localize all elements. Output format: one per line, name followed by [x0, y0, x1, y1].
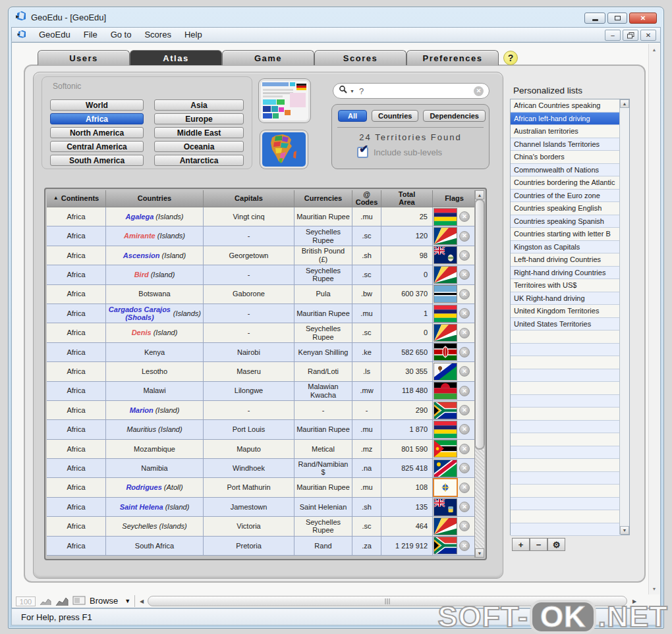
list-item-countries-of-the-euro-zone[interactable]: Countries of the Euro zone: [511, 190, 621, 203]
filter-button-dependencies[interactable]: Dependencies: [423, 110, 486, 122]
list-item-china-s-borders[interactable]: China's borders: [511, 151, 621, 164]
country-name[interactable]: Seychelles: [122, 522, 157, 531]
list-item-empty[interactable]: [511, 498, 621, 511]
country-name[interactable]: Mauritius: [126, 425, 156, 434]
country-cell[interactable]: Amirante(Islands): [106, 226, 204, 246]
country-name[interactable]: Denis: [132, 329, 152, 337]
remove-list-button[interactable]: −: [530, 538, 547, 551]
country-name[interactable]: Rodrigues: [126, 483, 161, 492]
list-settings-button[interactable]: ⚙: [547, 538, 565, 551]
list-item-empty[interactable]: [511, 421, 621, 434]
remove-territory-button[interactable]: ✕: [459, 483, 470, 493]
list-scroll-down-icon[interactable]: ▼: [620, 526, 629, 535]
mdi-restore-button[interactable]: [623, 30, 638, 41]
menu-help[interactable]: Help: [184, 30, 202, 40]
list-item-countries-speaking-english[interactable]: Countries speaking English: [511, 202, 621, 215]
remove-territory-button[interactable]: ✕: [459, 386, 470, 396]
region-button-oceania[interactable]: Oceania: [154, 141, 244, 152]
country-cell[interactable]: Cargados Carajos (Shoals)(Islands): [106, 304, 204, 323]
country-cell[interactable]: Marion(Island): [106, 401, 204, 420]
list-item-kingston-as-capitals[interactable]: Kingston as Capitals: [511, 241, 621, 254]
list-item-empty[interactable]: [511, 433, 621, 446]
column-header-capitals[interactable]: Capitals: [204, 190, 294, 207]
image-view-icon[interactable]: [72, 596, 86, 608]
tab-game[interactable]: Game: [222, 50, 314, 65]
country-cell[interactable]: Rodrigues(Atoll): [106, 478, 204, 497]
list-item-empty[interactable]: [511, 330, 621, 344]
country-cell[interactable]: Malawi: [106, 382, 204, 401]
tab-scores[interactable]: Scores: [314, 50, 406, 65]
column-header-codes[interactable]: @ Codes: [352, 190, 381, 207]
remove-territory-button[interactable]: ✕: [459, 250, 470, 261]
list-item-empty[interactable]: [511, 395, 621, 408]
country-name[interactable]: Botswana: [138, 290, 170, 298]
list-item-commonwealth-of-nations[interactable]: Commonwealth of Nations: [511, 164, 621, 177]
country-cell[interactable]: South Africa: [106, 537, 204, 556]
list-item-empty[interactable]: [511, 523, 621, 537]
list-item-united-kingdom-territories[interactable]: United Kingdom Territories: [511, 305, 621, 318]
list-item-african-countries-speaking[interactable]: African Countries speaking: [511, 99, 621, 113]
region-button-central-america[interactable]: Central America: [50, 141, 144, 152]
column-header-total-area[interactable]: Total Area: [381, 190, 433, 207]
country-name[interactable]: Mozambique: [134, 445, 175, 454]
remove-territory-button[interactable]: ✕: [459, 521, 470, 531]
close-button[interactable]: ✕: [629, 13, 657, 24]
country-cell[interactable]: Denis(Island): [106, 323, 204, 342]
maximize-button[interactable]: [607, 13, 627, 24]
region-button-world[interactable]: World: [50, 99, 144, 111]
remove-territory-button[interactable]: ✕: [459, 444, 470, 454]
region-button-antarctica[interactable]: Antarctica: [154, 155, 244, 166]
list-item-countries-starting-with-letter-b[interactable]: Countries starting with letter B: [511, 228, 621, 241]
column-header-continents[interactable]: ▲Continents: [47, 190, 106, 207]
list-item-uk-right-hand-driving[interactable]: UK Right-hand driving: [511, 292, 621, 305]
region-button-africa[interactable]: Africa: [50, 113, 144, 124]
country-cell[interactable]: Seychelles(Islands): [106, 517, 204, 536]
country-name[interactable]: Amirante: [124, 232, 155, 240]
region-button-europe[interactable]: Europe: [154, 113, 244, 124]
list-item-african-left-hand-driving[interactable]: African left-hand driving: [511, 113, 621, 126]
remove-territory-button[interactable]: ✕: [459, 211, 470, 222]
country-name[interactable]: Namibia: [141, 464, 167, 473]
list-item-countries-speaking-spanish[interactable]: Countries speaking Spanish: [511, 215, 621, 228]
list-item-empty[interactable]: [511, 356, 621, 369]
africa-map-thumbnail[interactable]: [260, 130, 308, 169]
zoom-small-chart-icon[interactable]: [40, 596, 51, 608]
zoom-level-box[interactable]: 100: [16, 596, 36, 606]
list-item-empty[interactable]: [511, 459, 621, 472]
region-button-middle-east[interactable]: Middle East: [154, 127, 244, 138]
country-cell[interactable]: Botswana: [106, 285, 204, 304]
vscroll-down-arrow[interactable]: ▼: [650, 585, 658, 593]
search-dropdown-caret-icon[interactable]: ▼: [350, 89, 354, 93]
scroll-down-icon[interactable]: ▼: [475, 548, 484, 558]
list-item-right-hand-driving-countries[interactable]: Right-hand driving Countries: [511, 267, 621, 280]
remove-territory-button[interactable]: ✕: [459, 366, 470, 377]
list-item-empty[interactable]: [511, 446, 621, 460]
list-item-empty[interactable]: [511, 510, 621, 523]
country-cell[interactable]: Bird(Island): [106, 265, 204, 284]
remove-territory-button[interactable]: ✕: [459, 405, 470, 415]
country-name[interactable]: Saint Helena: [120, 503, 163, 512]
menu-file[interactable]: File: [84, 30, 98, 40]
country-name[interactable]: Malawi: [143, 386, 165, 395]
list-item-channel-islands-territories[interactable]: Channel Islands Territories: [511, 138, 621, 151]
vertical-scrollbar[interactable]: ▲ ▼: [648, 44, 659, 594]
country-cell[interactable]: Agalega(Islands): [106, 207, 204, 226]
list-item-empty[interactable]: [511, 369, 621, 383]
remove-territory-button[interactable]: ✕: [459, 289, 470, 300]
tab-atlas[interactable]: Atlas: [130, 50, 222, 65]
country-cell[interactable]: Kenya: [106, 343, 204, 362]
include-sublevels-checkbox[interactable]: ✔: [357, 147, 368, 158]
list-item-united-states-territories[interactable]: United States Territories: [511, 318, 621, 331]
region-button-north-america[interactable]: North America: [50, 127, 144, 138]
list-item-left-hand-driving-countries[interactable]: Left-hand driving Countries: [511, 253, 621, 267]
country-name[interactable]: Ascension: [123, 251, 160, 260]
country-cell[interactable]: Lesotho: [106, 362, 204, 381]
list-item-empty[interactable]: [511, 485, 621, 498]
world-map-thumbnail[interactable]: [259, 79, 310, 122]
list-item-empty[interactable]: [511, 382, 621, 395]
list-item-australian-territories[interactable]: Australian territories: [511, 125, 621, 138]
country-name[interactable]: South Africa: [135, 542, 174, 550]
menu-go-to[interactable]: Go to: [111, 30, 132, 40]
mdi-close-button[interactable]: ✕: [640, 30, 656, 41]
remove-territory-button[interactable]: ✕: [459, 463, 470, 473]
